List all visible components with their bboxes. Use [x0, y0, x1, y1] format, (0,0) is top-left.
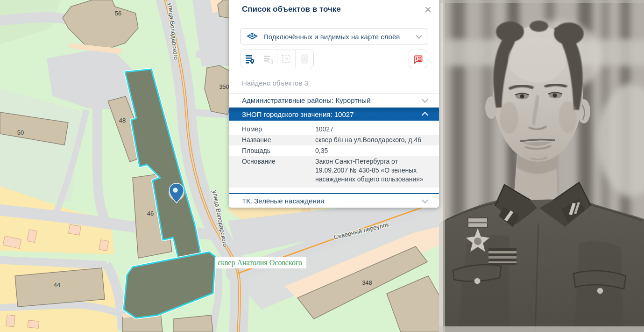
- layers-eye-icon: [247, 31, 258, 42]
- panel-controls: Подключённых и видимых на карте слоёв: [229, 19, 439, 75]
- accordion-znop[interactable]: ЗНОП городского значения: 10027: [229, 108, 439, 121]
- accordion-tk-green[interactable]: ТК. Зелёные насаждения: [229, 193, 439, 208]
- building-label-50: 50: [17, 129, 24, 136]
- row-label: Номер: [242, 125, 315, 134]
- panel-title: Список объектов в точке: [242, 5, 425, 14]
- layer-filter-value: Подключённых и видимых на карте слоёв: [263, 33, 400, 41]
- report-button[interactable]: [409, 50, 427, 68]
- close-icon[interactable]: ×: [425, 4, 432, 14]
- row-value: 0,35: [315, 146, 427, 155]
- table-row: Площадь 0,35: [229, 145, 439, 156]
- chevron-down-icon: [422, 96, 428, 102]
- panel-toolbar: ?: [241, 50, 427, 68]
- row-label: Название: [242, 136, 315, 144]
- document-button[interactable]: [296, 50, 313, 68]
- list-area-button[interactable]: [259, 50, 277, 68]
- square-name-label: сквер Анатолия Осовского: [215, 257, 306, 268]
- building-label-46: 46: [147, 210, 154, 217]
- row-label: Основание: [242, 157, 315, 184]
- accordion-znop-label: ЗНОП городского значения: 10027: [242, 110, 354, 118]
- objects-panel: Список объектов в точке × Подключённых и…: [229, 0, 439, 208]
- spacer: [229, 188, 439, 193]
- table-row: Номер 10027: [229, 124, 439, 135]
- svg-text:?: ?: [285, 57, 288, 62]
- building-label-348: 348: [362, 279, 372, 286]
- accordion-tk-label: ТК. Зелёные насаждения: [242, 197, 324, 205]
- help-frame-button[interactable]: ?: [277, 50, 296, 68]
- svg-text:сквер Анатолия Осовского: сквер Анатолия Осовского: [218, 259, 302, 267]
- chevron-up-icon: [422, 112, 428, 118]
- app-screen: 56 50 48 46 44 350 348 улица Володарског…: [0, 0, 644, 332]
- accordion-admin-districts[interactable]: Административные районы: Курортный: [229, 94, 439, 108]
- object-details-table: Номер 10027 Название сквер б/н на ул.Вол…: [229, 121, 439, 188]
- building-label-44: 44: [54, 281, 60, 289]
- chevron-down-icon: [422, 196, 428, 203]
- row-value: 10027: [315, 125, 427, 134]
- building-label-48: 48: [119, 117, 126, 124]
- table-row: Название сквер б/н на ул.Володарского, д…: [229, 135, 439, 145]
- photo-portrait: [439, 0, 644, 332]
- layer-filter-select[interactable]: Подключённых и видимых на карте слоёв: [241, 29, 427, 44]
- panel-header: Список объектов в точке ×: [229, 0, 439, 19]
- list-point-button[interactable]: [241, 50, 259, 68]
- row-value: Закон Санкт-Петербурга от 19.09.2007 № 4…: [315, 157, 427, 184]
- building-label-350: 350: [219, 83, 229, 90]
- row-label: Площадь: [242, 146, 315, 155]
- accordion-admin-label: Административные районы: Курортный: [242, 96, 371, 104]
- results-count: Найдено объектов 3: [229, 75, 439, 94]
- row-value: сквер б/н на ул.Володарского, д.46: [315, 136, 427, 144]
- chevron-down-icon: [416, 32, 422, 39]
- table-row: Основание Закон Санкт-Петербурга от 19.0…: [229, 156, 439, 188]
- building-label-56: 56: [115, 10, 121, 17]
